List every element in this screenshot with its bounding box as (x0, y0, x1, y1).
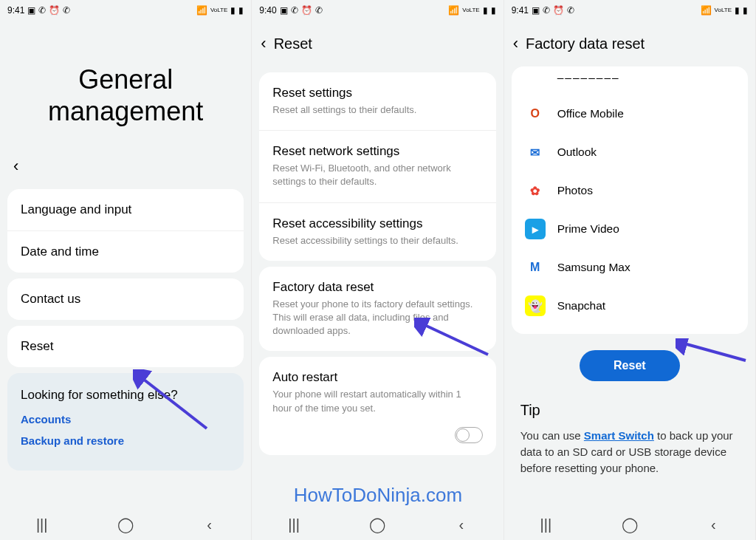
screen-factory-data-reset: 9:41 ▣ ✆ ⏰ ✆ 📶 VoLTE ▮ ▮ ‹ Factory data … (504, 0, 756, 540)
settings-card-group: Language and input Date and time (7, 189, 244, 273)
status-bar: 9:41 ▣ ✆ ⏰ ✆ 📶 VoLTE ▮ ▮ (504, 0, 755, 21)
back-button[interactable]: ‹ (447, 516, 476, 533)
page-title: General management (0, 21, 251, 142)
signal-icon: ▮ (735, 6, 740, 15)
list-label: Auto restart (272, 370, 482, 385)
alarm-icon: ⏰ (553, 6, 564, 15)
list-label: Factory data reset (272, 280, 482, 295)
settings-card-group: Reset settings Reset all settings to the… (259, 72, 495, 261)
recent-apps-button[interactable]: ||| (531, 516, 560, 533)
settings-card-group: Contact us (7, 278, 244, 320)
app-icon: ✿ (525, 180, 546, 201)
item-reset-network-settings[interactable]: Reset network settings Reset Wi-Fi, Blue… (259, 130, 495, 202)
volte-icon: VoLTE (462, 7, 479, 13)
back-button[interactable]: ‹ (513, 34, 518, 53)
wifi-icon: 📶 (701, 6, 712, 15)
app-row: ✿Photos (512, 171, 748, 210)
status-time: 9:41 (512, 5, 529, 16)
item-reset-settings[interactable]: Reset settings Reset all settings to the… (259, 72, 495, 130)
tip-title: Tip (520, 402, 739, 419)
page-header: ‹ Reset (252, 21, 503, 66)
image-icon: ▣ (27, 6, 35, 15)
app-list-card: –––––––– OOffice Mobile✉Outlook✿Photos▸P… (512, 66, 748, 334)
signal-icon: ▮ (230, 6, 236, 15)
tip-text: You can use Smart Switch to back up your… (520, 428, 739, 476)
app-row: ✉Outlook (512, 133, 748, 171)
back-button[interactable]: ‹ (261, 34, 266, 53)
back-button[interactable]: ‹ (0, 142, 251, 183)
app-row: ▸Prime Video (512, 210, 748, 248)
app-name: Snapchat (557, 299, 606, 312)
reset-button[interactable]: Reset (580, 350, 680, 381)
list-label: Date and time (21, 245, 99, 259)
status-bar: 9:41 ▣ ✆ ⏰ ✆ 📶 VoLTE ▮ ▮ (0, 0, 251, 21)
item-language-and-input[interactable]: Language and input (7, 189, 244, 230)
list-sublabel: Reset all settings to their defaults. (272, 103, 482, 117)
home-button[interactable]: ◯ (362, 516, 392, 533)
whatsapp-icon: ✆ (63, 6, 70, 15)
list-label: Contact us (21, 292, 80, 306)
page-header: ‹ Factory data reset (504, 21, 755, 66)
whatsapp-icon: ✆ (543, 6, 550, 15)
tip-section: Tip You can use Smart Switch to back up … (520, 402, 739, 476)
back-button[interactable]: ‹ (195, 516, 224, 533)
item-auto-restart[interactable]: Auto restart Your phone will restart aut… (259, 357, 495, 419)
status-time: 9:41 (7, 5, 24, 16)
list-label: Language and input (21, 202, 131, 216)
whatsapp-icon: ✆ (315, 6, 323, 15)
auto-restart-toggle[interactable] (455, 427, 483, 443)
back-button[interactable]: ‹ (698, 516, 728, 533)
alarm-icon: ⏰ (301, 6, 312, 15)
wifi-icon: 📶 (448, 6, 459, 15)
app-icon: 👻 (525, 295, 546, 316)
item-date-and-time[interactable]: Date and time (7, 230, 244, 273)
alarm-icon: ⏰ (49, 6, 60, 15)
app-icon: ✉ (525, 142, 546, 163)
navigation-bar: ||| ◯ ‹ (252, 509, 503, 540)
whatsapp-icon: ✆ (38, 6, 46, 15)
wifi-icon: 📶 (196, 6, 207, 15)
list-label: Reset network settings (272, 144, 482, 159)
svg-line-2 (681, 343, 746, 360)
battery-icon: ▮ (743, 6, 748, 15)
home-button[interactable]: ◯ (111, 516, 140, 533)
status-bar: 9:40 ▣ ✆ ⏰ ✆ 📶 VoLTE ▮ ▮ (252, 0, 503, 21)
navigation-bar: ||| ◯ ‹ (0, 509, 251, 540)
settings-card-group: Reset (7, 326, 244, 367)
link-backup-restore[interactable]: Backup and restore (21, 434, 230, 447)
navigation-bar: ||| ◯ ‹ (504, 509, 755, 540)
app-name: Photos (557, 184, 593, 197)
battery-icon: ▮ (491, 6, 496, 15)
item-reset-accessibility-settings[interactable]: Reset accessibility settings Reset acces… (259, 202, 495, 261)
list-label: Reset (21, 339, 53, 353)
app-icon: ▸ (525, 219, 546, 239)
list-label: Reset accessibility settings (272, 216, 482, 231)
screen-general-management: 9:41 ▣ ✆ ⏰ ✆ 📶 VoLTE ▮ ▮ General managem… (0, 0, 252, 540)
item-contact-us[interactable]: Contact us (7, 278, 244, 320)
list-sublabel: Reset Wi-Fi, Bluetooth, and other networ… (272, 162, 482, 188)
settings-card-group: Auto restart Your phone will restart aut… (259, 357, 495, 454)
status-time: 9:40 (259, 5, 276, 16)
watermark: HowToDoNinja.com (294, 484, 462, 507)
signal-icon: ▮ (483, 6, 488, 15)
list-label: Reset settings (272, 86, 482, 100)
recent-apps-button[interactable]: ||| (279, 516, 309, 533)
item-reset[interactable]: Reset (7, 326, 244, 367)
screen-reset: 9:40 ▣ ✆ ⏰ ✆ 📶 VoLTE ▮ ▮ ‹ Reset Reset s… (252, 0, 504, 540)
link-smart-switch[interactable]: Smart Switch (584, 429, 654, 442)
app-name: Samsung Max (557, 261, 630, 274)
recent-apps-button[interactable]: ||| (27, 516, 57, 533)
svg-line-0 (140, 377, 207, 428)
whatsapp-icon: ✆ (291, 6, 298, 15)
list-sublabel: Your phone will restart automatically wi… (272, 388, 482, 414)
image-icon: ▣ (280, 6, 288, 15)
app-icon: O (525, 103, 546, 124)
battery-icon: ▮ (238, 6, 244, 15)
volte-icon: VoLTE (210, 7, 227, 13)
app-name: Outlook (557, 146, 597, 159)
annotation-arrow-icon (133, 369, 214, 436)
app-row: MSamsung Max (512, 248, 748, 287)
page-title: Reset (274, 35, 312, 52)
home-button[interactable]: ◯ (615, 516, 645, 533)
app-row: 👻Snapchat (512, 287, 748, 325)
